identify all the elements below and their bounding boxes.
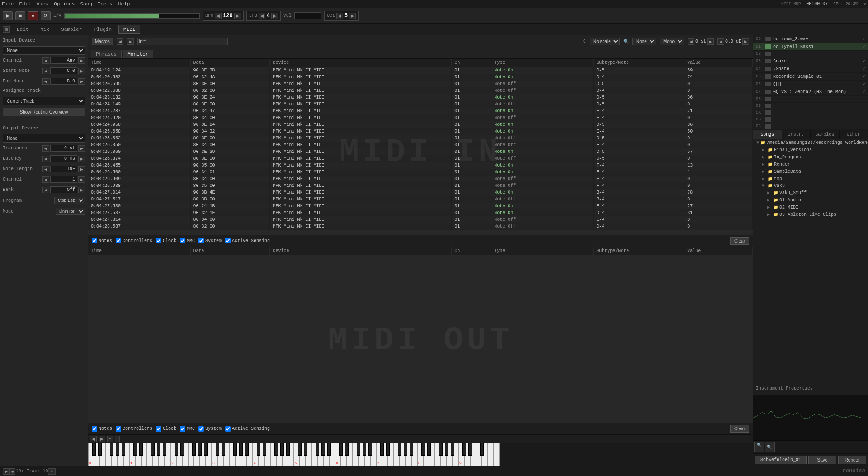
menu-help[interactable]: Help: [118, 1, 130, 7]
input-device-dropdown[interactable]: None: [3, 46, 85, 55]
mono-select[interactable]: Mono: [660, 38, 684, 45]
black-key[interactable]: [427, 443, 431, 456]
tab-midi[interactable]: MIDI: [118, 25, 140, 34]
black-key[interactable]: [468, 443, 472, 456]
black-key[interactable]: [316, 443, 319, 456]
browser-tab-instr[interactable]: Instr.: [782, 130, 811, 139]
black-key[interactable]: [239, 443, 243, 456]
piano-oct-up[interactable]: ▶: [99, 436, 105, 442]
zoom-in-icon[interactable]: 🔍+: [754, 442, 764, 452]
latency-up[interactable]: ▶: [78, 156, 85, 162]
list-item[interactable]: 06 CHH✓: [753, 81, 868, 88]
out-filter-system[interactable]: System: [198, 426, 222, 432]
active-sensing-checkbox[interactable]: [225, 238, 231, 243]
black-key[interactable]: [151, 443, 155, 456]
black-key[interactable]: [139, 443, 143, 456]
vel-bar[interactable]: [294, 12, 321, 19]
tab-monitor[interactable]: Monitor: [123, 50, 153, 58]
list-item[interactable]: ▶ 📁 In_Progress: [753, 153, 868, 161]
black-key[interactable]: [386, 443, 390, 456]
bank-up[interactable]: ▶: [78, 187, 85, 193]
black-key[interactable]: [304, 443, 307, 456]
menu-file[interactable]: File: [2, 1, 14, 7]
routing-overview-button[interactable]: Show Routing Overview: [3, 108, 85, 116]
zoom-out-icon[interactable]: 🔍-: [765, 442, 775, 452]
list-item[interactable]: 07 GQ VS!: Zebra2 (HS The Mob)✓: [753, 88, 868, 96]
black-key[interactable]: [175, 443, 178, 456]
black-key[interactable]: [180, 443, 184, 456]
list-item[interactable]: 0B: [753, 116, 868, 123]
black-key[interactable]: [339, 443, 343, 456]
filter-active-sensing[interactable]: Active Sensing: [225, 238, 270, 243]
progress-bar[interactable]: [64, 13, 200, 19]
note-length-down[interactable]: ◀: [42, 166, 49, 172]
list-item[interactable]: 01 oo Tyrell Bass1✓: [753, 43, 868, 51]
list-item[interactable]: ▶ 📁 Vaku_Stuff: [753, 189, 868, 196]
transpose-down[interactable]: ◀: [42, 145, 49, 152]
black-key[interactable]: [116, 443, 119, 456]
piano-oct-down[interactable]: ◀: [90, 436, 97, 442]
menu-view[interactable]: View: [37, 1, 48, 7]
clock-checkbox[interactable]: [156, 238, 161, 243]
black-key[interactable]: [110, 443, 113, 456]
out-mmc-checkbox[interactable]: [180, 426, 185, 432]
midi-in-scroll[interactable]: Time Data Device Ch Type Subtype/Note Va…: [88, 59, 753, 235]
list-item[interactable]: ▶ 📁 01 Audio: [753, 196, 868, 204]
black-key[interactable]: [439, 443, 443, 456]
menu-options[interactable]: Options: [54, 1, 75, 7]
lpb-up[interactable]: ▶: [271, 13, 278, 19]
init-input[interactable]: [137, 38, 228, 45]
end-note-up[interactable]: ▶: [78, 78, 85, 85]
black-key[interactable]: [122, 443, 125, 456]
list-item[interactable]: ▶ 📁 Final_Versions: [753, 146, 868, 153]
piano-zoom-in[interactable]: +: [107, 436, 113, 442]
stop-bottom[interactable]: ■: [9, 468, 15, 475]
black-key[interactable]: [327, 443, 331, 456]
bpm-up[interactable]: ▶: [234, 13, 241, 19]
black-key[interactable]: [451, 443, 454, 456]
none-select[interactable]: None: [632, 38, 656, 45]
filter-notes[interactable]: Notes: [92, 238, 112, 243]
menu-edit[interactable]: Edit: [19, 1, 31, 7]
bpm-down[interactable]: ◀: [215, 13, 222, 19]
start-note-down[interactable]: ◀: [42, 68, 49, 74]
black-key[interactable]: [280, 443, 284, 456]
black-key[interactable]: [163, 443, 166, 456]
macros-button[interactable]: Macros: [92, 38, 113, 45]
start-note-up[interactable]: ▶: [78, 68, 85, 74]
stop-button[interactable]: ■: [15, 11, 25, 20]
black-key[interactable]: [286, 443, 290, 456]
program-select[interactable]: MSB LSB: [54, 197, 85, 204]
browser-tab-songs[interactable]: Songs: [753, 130, 782, 139]
list-item[interactable]: 09: [753, 103, 868, 109]
system-checkbox[interactable]: [198, 238, 204, 243]
black-key[interactable]: [222, 443, 225, 456]
black-key[interactable]: [368, 443, 372, 456]
output-device-dropdown[interactable]: None: [3, 134, 85, 143]
list-item[interactable]: ▶ 📁 Render: [753, 161, 868, 168]
black-key[interactable]: [157, 443, 160, 456]
oct-down[interactable]: ◀: [336, 13, 343, 19]
piano-keyboard[interactable]: 0123456789: [88, 443, 500, 466]
black-key[interactable]: [98, 443, 102, 456]
menu-tools[interactable]: Tools: [98, 1, 113, 7]
piano-zoom-out[interactable]: -: [115, 436, 120, 442]
list-item[interactable]: 02: [753, 51, 868, 57]
controllers-checkbox[interactable]: [116, 238, 121, 243]
black-key[interactable]: [462, 443, 466, 456]
scale-select[interactable]: No scale: [590, 38, 620, 45]
notes-checkbox[interactable]: [92, 238, 97, 243]
black-key[interactable]: [198, 443, 202, 456]
list-item[interactable]: 0A: [753, 109, 868, 116]
channel-out-down[interactable]: ◀: [42, 176, 49, 183]
list-item[interactable]: 03 Snare✓: [753, 57, 868, 65]
lpb-down[interactable]: ◀: [259, 13, 265, 19]
out-filter-active-sensing[interactable]: Active Sensing: [225, 426, 270, 432]
db-up[interactable]: ▶: [742, 38, 749, 45]
db-down[interactable]: ◀: [717, 38, 724, 45]
list-item[interactable]: ▶ 📁 tmp: [753, 175, 868, 182]
bank-down[interactable]: ◀: [42, 187, 49, 193]
black-key[interactable]: [398, 443, 401, 456]
white-key[interactable]: [494, 443, 500, 466]
render-button[interactable]: Render: [838, 456, 866, 464]
